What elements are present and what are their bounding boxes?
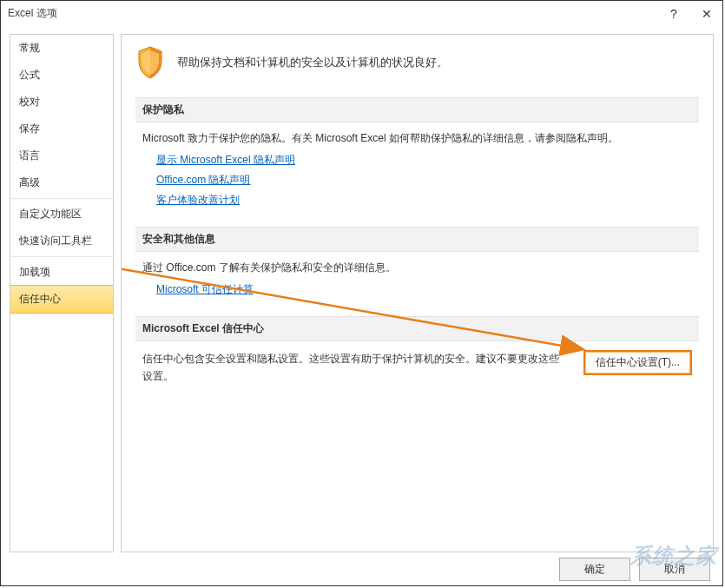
security-description: 通过 Office.com 了解有关保护隐私和安全的详细信息。 <box>142 261 692 275</box>
link-ceip[interactable]: 客户体验改善计划 <box>156 193 692 208</box>
privacy-description: Microsoft 致力于保护您的隐私。有关 Microsoft Excel 如… <box>142 131 692 146</box>
link-office-privacy[interactable]: Office.com 隐私声明 <box>156 173 692 188</box>
link-trustworthy-computing[interactable]: Microsoft 可信任计算 <box>156 282 692 297</box>
section-head-security: 安全和其他信息 <box>135 227 699 252</box>
section-body-security: 通过 Office.com 了解有关保护隐私和安全的详细信息。 Microsof… <box>135 261 699 316</box>
sidebar-item-label: 保存 <box>19 122 40 135</box>
sidebar-item-advanced[interactable]: 高级 <box>10 169 113 196</box>
sidebar-item-label: 快速访问工具栏 <box>19 235 92 247</box>
sidebar-separator <box>10 198 113 199</box>
ok-button[interactable]: 确定 <box>559 558 630 581</box>
sidebar-separator <box>10 256 113 257</box>
section-body-trust-center: 信任中心包含安全设置和隐私设置。这些设置有助于保护计算机的安全。建议不要更改这些… <box>135 350 699 400</box>
shield-icon <box>135 45 165 80</box>
sidebar-item-quick-access[interactable]: 快速访问工具栏 <box>10 228 113 254</box>
section-head-trust-center: Microsoft Excel 信任中心 <box>135 316 699 341</box>
sidebar-item-language[interactable]: 语言 <box>10 142 113 169</box>
excel-options-dialog: Excel 选项 ? ✕ 常规 公式 校对 保存 语言 高级 自定义功能区 快速… <box>0 0 723 586</box>
window-controls: ? ✕ <box>665 7 715 21</box>
sidebar-item-formula[interactable]: 公式 <box>10 62 113 89</box>
trust-center-settings-button[interactable]: 信任中心设置(T)... <box>583 350 692 375</box>
hero-text: 帮助保持文档和计算机的安全以及计算机的状况良好。 <box>177 55 448 70</box>
content-panel: 帮助保持文档和计算机的安全以及计算机的状况良好。 保护隐私 Microsoft … <box>121 34 714 552</box>
dialog-footer: 确定 取消 <box>1 552 722 585</box>
sidebar-item-label: 自定义功能区 <box>19 208 82 220</box>
sidebar-item-addins[interactable]: 加载项 <box>10 259 113 286</box>
sidebar-item-proofing[interactable]: 校对 <box>10 89 113 116</box>
dialog-body: 常规 公式 校对 保存 语言 高级 自定义功能区 快速访问工具栏 加载项 信任中… <box>1 27 722 552</box>
sidebar-item-label: 语言 <box>19 149 40 162</box>
sidebar-item-label: 公式 <box>19 69 40 81</box>
sidebar-item-general[interactable]: 常规 <box>10 35 113 62</box>
sidebar-item-customize-ribbon[interactable]: 自定义功能区 <box>10 201 113 228</box>
section-body-privacy: Microsoft 致力于保护您的隐私。有关 Microsoft Excel 如… <box>135 131 699 227</box>
sidebar-item-label: 常规 <box>19 42 40 54</box>
sidebar-item-label: 信任中心 <box>19 293 61 305</box>
cancel-button[interactable]: 取消 <box>639 558 710 581</box>
sidebar-item-save[interactable]: 保存 <box>10 116 113 142</box>
link-excel-privacy[interactable]: 显示 Microsoft Excel 隐私声明 <box>156 153 692 168</box>
sidebar: 常规 公式 校对 保存 语言 高级 自定义功能区 快速访问工具栏 加载项 信任中… <box>10 34 114 552</box>
sidebar-item-trust-center[interactable]: 信任中心 <box>10 285 114 314</box>
window-title: Excel 选项 <box>8 6 665 21</box>
close-button[interactable]: ✕ <box>698 7 715 21</box>
sidebar-item-label: 校对 <box>19 96 40 108</box>
titlebar: Excel 选项 ? ✕ <box>1 1 722 27</box>
sidebar-item-label: 高级 <box>19 176 40 188</box>
section-head-privacy: 保护隐私 <box>135 97 699 122</box>
hero-row: 帮助保持文档和计算机的安全以及计算机的状况良好。 <box>135 45 699 80</box>
help-button[interactable]: ? <box>665 7 682 21</box>
trust-center-description: 信任中心包含安全设置和隐私设置。这些设置有助于保护计算机的安全。建议不要更改这些… <box>142 350 566 386</box>
sidebar-item-label: 加载项 <box>19 266 50 278</box>
